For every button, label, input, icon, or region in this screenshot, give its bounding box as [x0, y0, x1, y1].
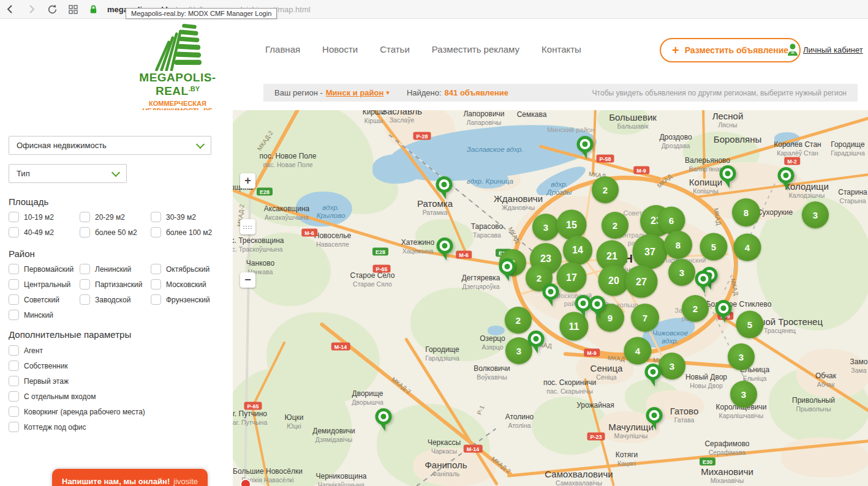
- speed-dial-icon[interactable]: [69, 5, 78, 14]
- district-checkbox-option[interactable]: Минский: [9, 310, 80, 320]
- post-ad-button[interactable]: + Разместить объявление: [660, 38, 801, 62]
- area-checkbox-option[interactable]: 10-19 м2: [9, 212, 80, 222]
- checkbox[interactable]: [9, 279, 19, 290]
- map-cluster-marker[interactable]: 15: [557, 210, 587, 240]
- map-canvas[interactable]: + :::: − КиршиКіршыЗаславльЗаслаўеЛапоро…: [233, 110, 868, 486]
- map-pin-marker[interactable]: [436, 176, 453, 201]
- map-cluster-marker[interactable]: 4: [624, 337, 652, 365]
- map-cluster-marker[interactable]: 3: [802, 201, 829, 228]
- region-link[interactable]: Минск и район: [326, 88, 384, 97]
- map-pin-marker[interactable]: [437, 237, 453, 262]
- map-cluster-marker[interactable]: 2: [682, 295, 709, 322]
- checkbox[interactable]: [9, 361, 19, 371]
- checkbox[interactable]: [9, 422, 19, 432]
- checkbox[interactable]: [9, 227, 19, 237]
- extra-checkbox-option[interactable]: Собственник: [9, 361, 211, 371]
- district-checkbox-option[interactable]: Заводской: [80, 294, 151, 305]
- checkbox[interactable]: [9, 391, 19, 402]
- map-cluster-marker[interactable]: 14: [563, 236, 592, 265]
- region-caret-icon[interactable]: ▾: [386, 89, 390, 97]
- map-pin-marker[interactable]: [715, 300, 732, 324]
- map-pin-marker[interactable]: [695, 271, 712, 295]
- district-checkbox-option[interactable]: Ленинский: [80, 264, 151, 274]
- map-cluster-marker[interactable]: 17: [557, 263, 587, 293]
- district-checkbox-option[interactable]: Партизанский: [80, 279, 151, 290]
- nav-link[interactable]: Новости: [322, 44, 358, 54]
- map-pin-marker[interactable]: [577, 136, 594, 160]
- district-checkbox-option[interactable]: Октябрьский: [151, 264, 223, 274]
- district-checkbox-option[interactable]: Центральный: [9, 279, 80, 290]
- district-checkbox-option[interactable]: Первомайский: [9, 264, 80, 274]
- map-cluster-marker[interactable]: 2: [505, 307, 532, 334]
- map-pin-marker[interactable]: [543, 283, 559, 308]
- map-pin-marker[interactable]: [778, 167, 794, 192]
- nav-link[interactable]: Статьи: [380, 44, 410, 54]
- area-checkbox-option[interactable]: более 50 м2: [80, 227, 151, 237]
- extra-checkbox-option[interactable]: Агент: [9, 345, 211, 356]
- area-checkbox-option[interactable]: 30-39 м2: [151, 212, 223, 222]
- map-pin-marker[interactable]: [499, 258, 516, 283]
- map-cluster-marker[interactable]: 5: [736, 311, 764, 338]
- map-cluster-marker[interactable]: 37: [633, 234, 668, 269]
- checkbox[interactable]: [80, 294, 90, 305]
- checkbox[interactable]: [80, 212, 90, 222]
- checkbox[interactable]: [9, 376, 19, 386]
- checkbox[interactable]: [151, 227, 161, 237]
- checkbox[interactable]: [9, 406, 19, 417]
- map-cluster-marker[interactable]: 3: [668, 259, 695, 286]
- extra-checkbox-option[interactable]: Коттедж под офис: [9, 422, 211, 432]
- checkbox[interactable]: [151, 279, 161, 290]
- chat-widget[interactable]: Напишите нам, мы онлайн! jivosite: [52, 469, 208, 486]
- map-cluster-marker[interactable]: 3: [659, 353, 685, 379]
- district-checkbox-option[interactable]: Фрунзенский: [151, 294, 223, 305]
- map-cluster-marker[interactable]: 3: [730, 381, 757, 408]
- nav-link[interactable]: Главная: [265, 44, 300, 54]
- category-select[interactable]: Офисная недвижимость: [9, 136, 211, 155]
- checkbox[interactable]: [9, 212, 19, 222]
- map-cluster-marker[interactable]: 7: [631, 304, 659, 332]
- checkbox[interactable]: [151, 212, 161, 222]
- checkbox[interactable]: [151, 264, 161, 274]
- nav-link[interactable]: Разместить рекламу: [432, 44, 519, 54]
- map-pin-marker[interactable]: [376, 408, 392, 433]
- map-cluster-marker[interactable]: 2: [602, 212, 628, 239]
- map-pin-marker[interactable]: [720, 165, 736, 190]
- map-ruler-button[interactable]: ::::: [240, 219, 255, 234]
- map-cluster-marker[interactable]: 5: [700, 233, 728, 261]
- map-zoom-in-button[interactable]: +: [240, 173, 255, 189]
- nav-link[interactable]: Контакты: [542, 44, 581, 54]
- map-cluster-marker[interactable]: 2: [592, 176, 619, 203]
- forward-icon[interactable]: [26, 4, 36, 14]
- map-pin-marker[interactable]: [589, 296, 606, 320]
- area-checkbox-option[interactable]: более 100 м2: [151, 227, 223, 237]
- back-icon[interactable]: [6, 4, 15, 14]
- checkbox[interactable]: [9, 345, 19, 356]
- map-zoom-out-button[interactable]: −: [240, 272, 255, 288]
- map-pin-marker[interactable]: [646, 407, 663, 432]
- type-select[interactable]: Тип: [9, 164, 127, 183]
- reload-icon[interactable]: [47, 4, 58, 15]
- area-checkbox-option[interactable]: 40-49 м2: [9, 227, 80, 237]
- area-checkbox-option[interactable]: 20-29 м2: [80, 212, 151, 222]
- ssl-lock-icon[interactable]: [89, 4, 98, 14]
- map-cluster-marker[interactable]: 27: [625, 266, 658, 298]
- checkbox[interactable]: [9, 264, 19, 274]
- map-pin-marker[interactable]: [645, 364, 662, 388]
- map-cluster-marker[interactable]: 3: [728, 343, 755, 370]
- checkbox[interactable]: [80, 227, 90, 237]
- map-cluster-marker[interactable]: 4: [734, 234, 761, 261]
- checkbox[interactable]: [151, 294, 161, 305]
- district-checkbox-option[interactable]: Московский: [151, 279, 223, 290]
- extra-checkbox-option[interactable]: С отдельным входом: [9, 391, 211, 402]
- map-cluster-marker[interactable]: 6: [658, 207, 685, 234]
- checkbox[interactable]: [80, 279, 90, 290]
- checkbox[interactable]: [9, 310, 19, 320]
- map-cluster-marker[interactable]: 8: [732, 198, 760, 226]
- checkbox[interactable]: [80, 264, 90, 274]
- extra-checkbox-option[interactable]: Коворкинг (аренда рабочего места): [9, 406, 211, 417]
- map-cluster-marker[interactable]: 3: [532, 214, 559, 241]
- map-pin-marker[interactable]: [528, 331, 545, 355]
- extra-checkbox-option[interactable]: Первый этаж: [9, 376, 211, 386]
- district-checkbox-option[interactable]: Советский: [9, 294, 80, 305]
- map-cluster-marker[interactable]: 8: [664, 231, 692, 259]
